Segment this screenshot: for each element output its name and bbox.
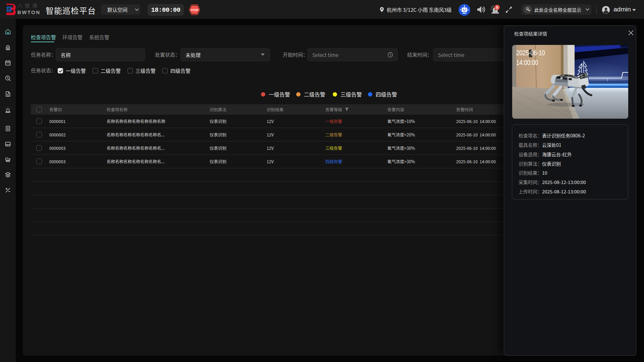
svg-text:STOP: STOP: [191, 8, 199, 12]
